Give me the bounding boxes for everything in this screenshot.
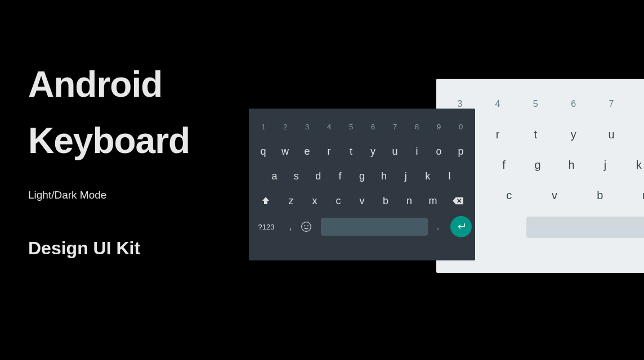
key-h[interactable]: h: [373, 170, 395, 182]
key-i[interactable]: i: [406, 146, 428, 158]
key-j[interactable]: j: [395, 170, 417, 182]
key-v[interactable]: v: [350, 195, 374, 207]
spacebar[interactable]: [321, 218, 428, 236]
svg-point-4: [304, 225, 305, 226]
title-line-1: Android: [28, 65, 190, 104]
symbols-key[interactable]: ?123: [252, 223, 280, 231]
key-9[interactable]: 9: [428, 123, 450, 131]
key-7[interactable]: 7: [384, 123, 406, 131]
key-s[interactable]: s: [285, 170, 307, 182]
dark-row-2: a s d f g h j k l: [249, 164, 475, 188]
dark-number-row: 1 2 3 4 5 6 7 8 9 0: [249, 114, 475, 139]
key-k[interactable]: k: [622, 159, 644, 172]
key-5[interactable]: 5: [517, 99, 554, 109]
key-z[interactable]: z: [279, 195, 303, 207]
backspace-key[interactable]: [445, 196, 472, 205]
key-4[interactable]: 4: [318, 123, 340, 131]
key-p[interactable]: p: [450, 146, 472, 158]
enter-key[interactable]: [450, 216, 472, 237]
key-f[interactable]: f: [487, 159, 521, 172]
shift-icon: [261, 196, 271, 206]
key-f[interactable]: f: [329, 170, 351, 182]
shift-key[interactable]: [252, 196, 279, 206]
key-c[interactable]: c: [327, 195, 350, 207]
key-5[interactable]: 5: [340, 123, 362, 131]
key-a[interactable]: a: [263, 170, 285, 182]
key-m[interactable]: m: [421, 195, 445, 207]
key-k[interactable]: k: [417, 170, 439, 182]
key-u[interactable]: u: [592, 128, 630, 141]
key-g[interactable]: g: [351, 170, 373, 182]
key-3[interactable]: 3: [441, 99, 478, 109]
key-7[interactable]: 7: [592, 99, 630, 109]
key-v[interactable]: v: [532, 189, 578, 202]
key-g[interactable]: g: [521, 159, 554, 172]
key-8[interactable]: 8: [406, 123, 428, 131]
backspace-icon: [452, 196, 464, 205]
dark-row-1: q w e r t y u i o p: [249, 139, 475, 164]
enter-icon: [456, 223, 466, 231]
key-d[interactable]: d: [307, 170, 329, 182]
key-q[interactable]: q: [252, 146, 274, 158]
dark-bottom-row: ?123 , .: [249, 213, 475, 240]
key-h[interactable]: h: [554, 159, 588, 172]
key-1[interactable]: 1: [252, 123, 274, 131]
key-i[interactable]: i: [630, 128, 644, 141]
key-e[interactable]: e: [296, 146, 318, 158]
emoji-key[interactable]: [301, 221, 319, 232]
key-t[interactable]: t: [517, 128, 554, 141]
key-n[interactable]: n: [397, 195, 421, 207]
key-6[interactable]: 6: [554, 99, 592, 109]
spacebar[interactable]: [526, 217, 644, 238]
key-2[interactable]: 2: [274, 123, 296, 131]
key-0[interactable]: 0: [450, 123, 472, 131]
key-x[interactable]: x: [303, 195, 327, 207]
footer-title: Design UI Kit: [28, 238, 190, 259]
key-w[interactable]: w: [274, 146, 296, 158]
key-c[interactable]: c: [486, 189, 532, 202]
dark-row-3: z x c v b n m: [249, 188, 475, 213]
key-b[interactable]: b: [374, 195, 397, 207]
key-3[interactable]: 3: [296, 123, 318, 131]
key-comma[interactable]: ,: [283, 222, 298, 232]
title-line-2: Keyboard: [28, 121, 190, 160]
keyboard-dark: 1 2 3 4 5 6 7 8 9 0 q w e r t y u i o p …: [249, 109, 475, 260]
key-b[interactable]: b: [577, 189, 623, 202]
key-l[interactable]: l: [439, 170, 460, 182]
key-y[interactable]: y: [554, 128, 592, 141]
svg-point-3: [302, 222, 311, 232]
key-u[interactable]: u: [384, 146, 406, 158]
key-4[interactable]: 4: [478, 99, 516, 109]
emoji-icon: [301, 221, 312, 232]
svg-point-5: [307, 225, 308, 226]
key-j[interactable]: j: [588, 159, 622, 172]
key-period[interactable]: .: [430, 222, 446, 232]
key-t[interactable]: t: [340, 146, 362, 158]
key-n[interactable]: n: [623, 189, 644, 202]
key-y[interactable]: y: [362, 146, 384, 158]
hero-text: Android Keyboard Light/Dark Mode Design …: [28, 65, 190, 259]
subtitle: Light/Dark Mode: [28, 189, 190, 201]
key-r[interactable]: r: [478, 128, 516, 141]
key-8[interactable]: 8: [630, 99, 644, 109]
key-o[interactable]: o: [428, 146, 450, 158]
key-r[interactable]: r: [318, 146, 340, 158]
key-6[interactable]: 6: [362, 123, 384, 131]
